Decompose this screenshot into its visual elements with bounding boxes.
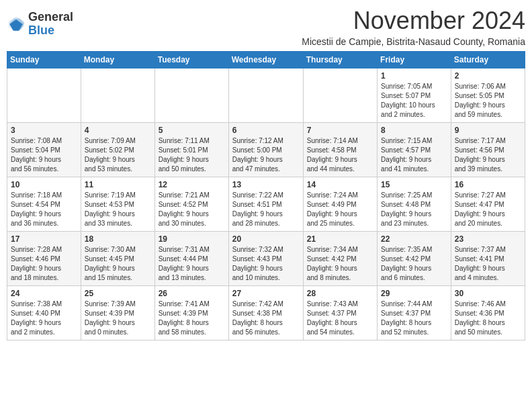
day-info: Sunrise: 7:30 AM Sunset: 4:45 PM Dayligh… — [85, 245, 151, 283]
day-number: 18 — [85, 234, 151, 244]
calendar-cell: 2Sunrise: 7:06 AM Sunset: 5:05 PM Daylig… — [451, 68, 525, 123]
day-info: Sunrise: 7:05 AM Sunset: 5:07 PM Dayligh… — [381, 82, 447, 120]
calendar-cell: 14Sunrise: 7:24 AM Sunset: 4:49 PM Dayli… — [303, 177, 377, 232]
calendar-cell: 12Sunrise: 7:21 AM Sunset: 4:52 PM Dayli… — [154, 177, 228, 232]
day-number: 29 — [381, 289, 447, 298]
day-number: 1 — [381, 71, 447, 81]
calendar-cell: 23Sunrise: 7:37 AM Sunset: 4:41 PM Dayli… — [451, 232, 525, 286]
calendar-cell: 20Sunrise: 7:32 AM Sunset: 4:43 PM Dayli… — [228, 232, 303, 286]
day-info: Sunrise: 7:14 AM Sunset: 4:58 PM Dayligh… — [307, 136, 373, 174]
calendar-cell: 11Sunrise: 7:19 AM Sunset: 4:53 PM Dayli… — [81, 177, 154, 232]
day-info: Sunrise: 7:34 AM Sunset: 4:42 PM Dayligh… — [307, 245, 373, 283]
calendar-cell: 30Sunrise: 7:46 AM Sunset: 4:36 PM Dayli… — [451, 286, 525, 340]
day-number: 23 — [455, 234, 521, 244]
day-info: Sunrise: 7:24 AM Sunset: 4:49 PM Dayligh… — [307, 191, 373, 228]
day-number: 3 — [11, 126, 77, 135]
day-info: Sunrise: 7:46 AM Sunset: 4:36 PM Dayligh… — [455, 300, 521, 337]
calendar-cell: 25Sunrise: 7:39 AM Sunset: 4:39 PM Dayli… — [81, 286, 154, 340]
day-number: 26 — [159, 289, 225, 298]
calendar-cell: 21Sunrise: 7:34 AM Sunset: 4:42 PM Dayli… — [303, 232, 377, 286]
day-number: 11 — [85, 180, 151, 189]
day-info: Sunrise: 7:19 AM Sunset: 4:53 PM Dayligh… — [85, 191, 151, 228]
month-title: November 2024 — [302, 7, 525, 35]
day-number: 6 — [232, 126, 300, 135]
day-info: Sunrise: 7:12 AM Sunset: 5:00 PM Dayligh… — [232, 136, 300, 174]
day-info: Sunrise: 7:31 AM Sunset: 4:44 PM Dayligh… — [159, 245, 225, 283]
calendar-week-row: 1Sunrise: 7:05 AM Sunset: 5:07 PM Daylig… — [7, 68, 525, 123]
calendar-cell: 9Sunrise: 7:17 AM Sunset: 4:56 PM Daylig… — [451, 123, 525, 177]
day-info: Sunrise: 7:25 AM Sunset: 4:48 PM Dayligh… — [381, 191, 447, 228]
day-number: 20 — [232, 234, 300, 244]
weekday-header-monday: Monday — [81, 52, 154, 68]
weekday-header-sunday: Sunday — [7, 52, 81, 68]
day-number: 25 — [85, 289, 151, 298]
day-number: 10 — [11, 180, 77, 189]
day-info: Sunrise: 7:08 AM Sunset: 5:04 PM Dayligh… — [11, 136, 77, 174]
calendar-cell: 15Sunrise: 7:25 AM Sunset: 4:48 PM Dayli… — [378, 177, 451, 232]
day-number: 17 — [11, 234, 77, 244]
day-info: Sunrise: 7:37 AM Sunset: 4:41 PM Dayligh… — [455, 245, 521, 283]
calendar-cell: 26Sunrise: 7:41 AM Sunset: 4:39 PM Dayli… — [154, 286, 228, 340]
calendar-cell: 24Sunrise: 7:38 AM Sunset: 4:40 PM Dayli… — [7, 286, 81, 340]
day-info: Sunrise: 7:15 AM Sunset: 4:57 PM Dayligh… — [381, 136, 447, 174]
day-info: Sunrise: 7:38 AM Sunset: 4:40 PM Dayligh… — [11, 300, 77, 337]
calendar-cell — [81, 68, 154, 123]
calendar-cell: 18Sunrise: 7:30 AM Sunset: 4:45 PM Dayli… — [81, 232, 154, 286]
weekday-header-thursday: Thursday — [303, 52, 377, 68]
calendar-header-row: SundayMondayTuesdayWednesdayThursdayFrid… — [7, 52, 525, 68]
calendar-cell: 13Sunrise: 7:22 AM Sunset: 4:51 PM Dayli… — [228, 177, 303, 232]
calendar-cell: 3Sunrise: 7:08 AM Sunset: 5:04 PM Daylig… — [7, 123, 81, 177]
day-number: 21 — [307, 234, 373, 244]
day-number: 2 — [455, 71, 521, 81]
weekday-header-saturday: Saturday — [451, 52, 525, 68]
calendar-week-row: 3Sunrise: 7:08 AM Sunset: 5:04 PM Daylig… — [7, 123, 525, 177]
day-number: 8 — [381, 126, 447, 135]
day-info: Sunrise: 7:27 AM Sunset: 4:47 PM Dayligh… — [455, 191, 521, 228]
calendar-cell — [303, 68, 377, 123]
day-number: 5 — [159, 126, 225, 135]
calendar-cell: 19Sunrise: 7:31 AM Sunset: 4:44 PM Dayli… — [154, 232, 228, 286]
day-number: 22 — [381, 234, 447, 244]
calendar-table: SundayMondayTuesdayWednesdayThursdayFrid… — [7, 51, 525, 340]
calendar-cell: 22Sunrise: 7:35 AM Sunset: 4:42 PM Dayli… — [378, 232, 451, 286]
calendar-week-row: 10Sunrise: 7:18 AM Sunset: 4:54 PM Dayli… — [7, 177, 525, 232]
day-info: Sunrise: 7:43 AM Sunset: 4:37 PM Dayligh… — [307, 300, 373, 337]
calendar-week-row: 24Sunrise: 7:38 AM Sunset: 4:40 PM Dayli… — [7, 286, 525, 340]
day-info: Sunrise: 7:17 AM Sunset: 4:56 PM Dayligh… — [455, 136, 521, 174]
day-info: Sunrise: 7:32 AM Sunset: 4:43 PM Dayligh… — [232, 245, 300, 283]
day-info: Sunrise: 7:09 AM Sunset: 5:02 PM Dayligh… — [85, 136, 151, 174]
weekday-header-tuesday: Tuesday — [154, 52, 228, 68]
day-number: 7 — [307, 126, 373, 135]
calendar-cell: 29Sunrise: 7:44 AM Sunset: 4:37 PM Dayli… — [378, 286, 451, 340]
day-info: Sunrise: 7:28 AM Sunset: 4:46 PM Dayligh… — [11, 245, 77, 283]
title-block: November 2024 Micestii de Campie, Bistri… — [302, 7, 525, 47]
header: General Blue November 2024 Micestii de C… — [7, 7, 525, 47]
logo-text: General Blue — [28, 11, 73, 38]
day-info: Sunrise: 7:35 AM Sunset: 4:42 PM Dayligh… — [381, 245, 447, 283]
calendar-cell: 6Sunrise: 7:12 AM Sunset: 5:00 PM Daylig… — [228, 123, 303, 177]
day-number: 13 — [232, 180, 300, 189]
calendar-cell: 27Sunrise: 7:42 AM Sunset: 4:38 PM Dayli… — [228, 286, 303, 340]
calendar-cell — [7, 68, 81, 123]
day-number: 27 — [232, 289, 300, 298]
calendar-cell: 28Sunrise: 7:43 AM Sunset: 4:37 PM Dayli… — [303, 286, 377, 340]
logo-icon — [7, 15, 26, 34]
calendar-cell: 8Sunrise: 7:15 AM Sunset: 4:57 PM Daylig… — [378, 123, 451, 177]
weekday-header-wednesday: Wednesday — [228, 52, 303, 68]
day-number: 16 — [455, 180, 521, 189]
calendar-cell: 5Sunrise: 7:11 AM Sunset: 5:01 PM Daylig… — [154, 123, 228, 177]
day-info: Sunrise: 7:21 AM Sunset: 4:52 PM Dayligh… — [159, 191, 225, 228]
subtitle: Micestii de Campie, Bistrita-Nasaud Coun… — [302, 36, 525, 47]
calendar-cell: 17Sunrise: 7:28 AM Sunset: 4:46 PM Dayli… — [7, 232, 81, 286]
calendar-week-row: 17Sunrise: 7:28 AM Sunset: 4:46 PM Dayli… — [7, 232, 525, 286]
day-number: 24 — [11, 289, 77, 298]
calendar-cell: 10Sunrise: 7:18 AM Sunset: 4:54 PM Dayli… — [7, 177, 81, 232]
day-number: 15 — [381, 180, 447, 189]
day-info: Sunrise: 7:18 AM Sunset: 4:54 PM Dayligh… — [11, 191, 77, 228]
logo: General Blue — [7, 11, 73, 38]
day-number: 4 — [85, 126, 151, 135]
calendar-cell — [154, 68, 228, 123]
day-number: 19 — [159, 234, 225, 244]
day-info: Sunrise: 7:39 AM Sunset: 4:39 PM Dayligh… — [85, 300, 151, 337]
calendar-cell: 4Sunrise: 7:09 AM Sunset: 5:02 PM Daylig… — [81, 123, 154, 177]
